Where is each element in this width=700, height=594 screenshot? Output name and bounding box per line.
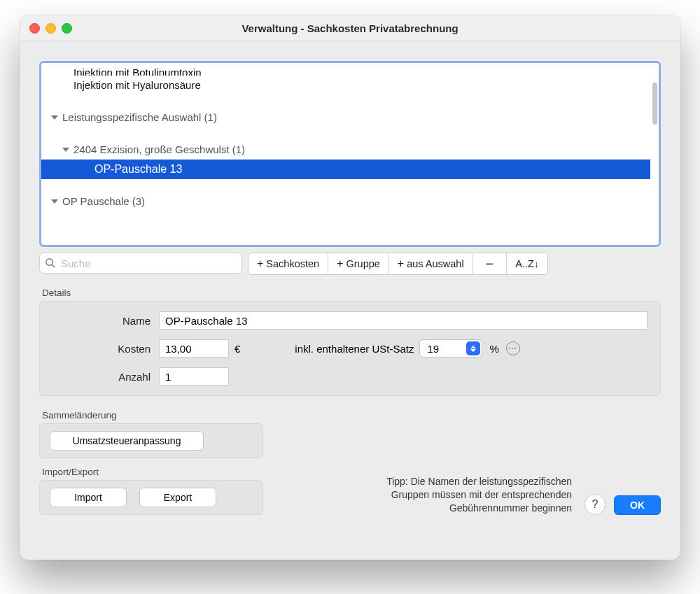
list-item[interactable]: Injektion mit Botulinumtoxin — [41, 63, 650, 76]
item-listbox[interactable]: Injektion mit Botulinumtoxin Injektion m… — [39, 61, 661, 247]
scrollbar-thumb[interactable] — [652, 83, 657, 125]
question-icon: ? — [592, 498, 598, 511]
group-label: OP Pauschale (3) — [62, 195, 145, 208]
help-button[interactable]: ? — [584, 494, 606, 515]
search-icon — [45, 257, 55, 270]
toolbar-buttons: + Sachkosten + Gruppe + aus Auswahl − A.… — [248, 253, 548, 275]
button-label: Gruppe — [346, 258, 379, 269]
import-export-panel: Import Export — [39, 480, 263, 515]
close-window-button[interactable] — [29, 23, 40, 34]
minimize-window-button[interactable] — [46, 23, 56, 34]
group-label: 2404 Exzision, große Geschwulst (1) — [74, 143, 245, 157]
details-heading: Details — [42, 288, 661, 298]
chevron-down-icon — [62, 148, 69, 152]
window-title: Verwaltung - Sachkosten Privatabrechnung — [20, 22, 680, 34]
kosten-input[interactable] — [159, 339, 229, 358]
list-item[interactable]: Injektion mit Hyaluronsäure — [41, 76, 650, 95]
content-area: Injektion mit Botulinumtoxin Injektion m… — [20, 41, 680, 560]
search-field-wrap — [39, 253, 242, 275]
add-gruppe-button[interactable]: + Gruppe — [328, 253, 389, 274]
anzahl-label: Anzahl — [52, 371, 159, 383]
ust-label: inkl. enthaltener USt-Satz — [295, 343, 414, 355]
details-section: Details Name Kosten € inkl. enthaltener … — [39, 288, 661, 396]
export-button[interactable]: Export — [139, 488, 216, 507]
chevron-down-icon — [51, 115, 58, 120]
sort-az-button[interactable]: A..Z↓ — [507, 253, 547, 274]
tree-group[interactable]: 2404 Exzision, große Geschwulst (1) — [41, 140, 650, 160]
more-options-icon[interactable]: ⋯ — [506, 341, 520, 355]
search-input[interactable] — [39, 253, 242, 274]
ust-select[interactable]: 19 — [419, 339, 482, 358]
ust-anpassung-button[interactable]: Umsatzsteueranpassung — [50, 431, 204, 451]
tree-group[interactable]: Leistungsspezifische Auswahl (1) — [41, 108, 650, 127]
svg-line-1 — [52, 264, 55, 267]
remove-button[interactable]: − — [473, 253, 507, 274]
import-export-heading: Import/Export — [42, 467, 263, 477]
zoom-window-button[interactable] — [62, 23, 72, 34]
lower-row: Sammeländerung Umsatzsteueranpassung Imp… — [39, 410, 661, 515]
button-label: A..Z↓ — [515, 258, 539, 269]
kosten-label: Kosten — [52, 343, 159, 355]
details-panel: Name Kosten € inkl. enthaltener USt-Satz… — [39, 301, 661, 396]
add-aus-auswahl-button[interactable]: + aus Auswahl — [389, 253, 473, 274]
name-label: Name — [52, 315, 159, 327]
button-label: Sachkosten — [266, 258, 319, 269]
sammel-heading: Sammeländerung — [42, 410, 263, 420]
sammel-panel: Umsatzsteueranpassung — [39, 423, 263, 458]
tip-text: Tipp: Die Namen der leistungsspezifische… — [386, 475, 572, 515]
group-label: Leistungsspezifische Auswahl (1) — [62, 111, 217, 125]
list-toolbar: + Sachkosten + Gruppe + aus Auswahl − A.… — [39, 253, 661, 275]
button-label: aus Auswahl — [407, 258, 463, 269]
name-input[interactable] — [159, 311, 648, 330]
list-item-label: Injektion mit Hyaluronsäure — [74, 79, 201, 91]
anzahl-input[interactable] — [159, 367, 229, 386]
stepper-icon — [466, 341, 480, 355]
currency-symbol: € — [234, 343, 240, 355]
titlebar: Verwaltung - Sachkosten Privatabrechnung — [20, 15, 680, 41]
list-item-label: OP-Pauschale 13 — [55, 162, 642, 176]
tree-group[interactable]: OP Pauschale (3) — [41, 192, 650, 211]
ust-value: 19 — [427, 343, 439, 355]
add-sachkosten-button[interactable]: + Sachkosten — [248, 253, 328, 274]
import-button[interactable]: Import — [50, 488, 127, 507]
window-verwaltung: Verwaltung - Sachkosten Privatabrechnung… — [20, 15, 680, 560]
list-item-selected[interactable]: OP-Pauschale 13 — [41, 160, 650, 179]
list-item-label: Injektion mit Botulinumtoxin — [74, 66, 202, 76]
percent-sign: % — [489, 343, 498, 355]
chevron-down-icon — [51, 199, 58, 204]
svg-point-0 — [46, 259, 52, 265]
window-controls — [20, 23, 72, 34]
ok-button[interactable]: OK — [614, 495, 661, 515]
